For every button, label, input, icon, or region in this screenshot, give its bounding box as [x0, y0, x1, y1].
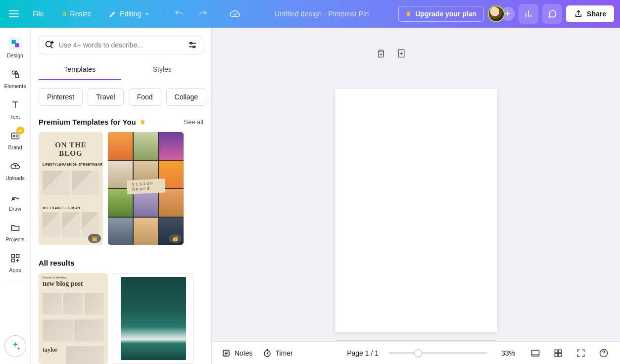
canvas-page[interactable] — [335, 89, 497, 332]
help-button[interactable] — [597, 347, 610, 360]
chip-collage[interactable]: Collage — [166, 88, 206, 106]
premium-badge-icon — [88, 234, 101, 243]
fullscreen-button[interactable] — [574, 347, 587, 360]
upgrade-plan-button[interactable]: ♛ Upgrade your plan — [398, 6, 484, 22]
resize-button[interactable]: ♛ Resize — [55, 6, 98, 22]
timer-icon — [263, 349, 272, 358]
file-menu-button[interactable]: File — [26, 6, 51, 22]
side-panel: Templates Styles Pinterest Travel Food C… — [31, 28, 211, 364]
share-arrow-icon — [574, 9, 583, 18]
svg-rect-6 — [11, 255, 14, 258]
tab-styles[interactable]: Styles — [121, 59, 204, 80]
rail-item-text[interactable]: Text — [0, 94, 30, 123]
template-thumbnail-vision-board[interactable]: Vision Board — [108, 132, 184, 245]
apps-icon — [8, 251, 22, 265]
duplicate-page-button[interactable] — [375, 47, 386, 59]
svg-rect-1 — [15, 43, 19, 47]
rail-item-brand[interactable]: Brand — [0, 125, 30, 153]
editing-label: Editing — [120, 10, 141, 18]
canvas-page-wrapper — [335, 89, 497, 332]
single-page-icon — [530, 348, 540, 358]
rail-divider — [6, 281, 24, 281]
template-thumbnail-blog[interactable]: ON THE BLOG LIFESTYLE·FASHION·STREETWEAR… — [39, 132, 103, 245]
grid-view-icon — [553, 348, 563, 358]
cloud-sync-button[interactable] — [225, 4, 245, 24]
category-chips: Pinterest Travel Food Collage — [39, 88, 203, 106]
rail-item-elements[interactable]: Elements — [0, 63, 30, 92]
premium-thumbnails: ON THE BLOG LIFESTYLE·FASHION·STREETWEAR… — [39, 132, 203, 245]
projects-icon — [8, 221, 22, 234]
canvas-area: + Add page Notes Timer Page 1 / 1 33% — [211, 28, 620, 364]
redo-button[interactable] — [193, 4, 213, 24]
see-all-link[interactable]: See all — [184, 118, 203, 126]
pencil-icon — [109, 10, 117, 18]
chat-bubble-icon — [547, 9, 557, 19]
thumb-meet: MEET KAMILLE & DEAN — [43, 206, 80, 210]
svg-point-11 — [193, 46, 195, 48]
bottom-bar: Notes Timer Page 1 / 1 33% — [212, 341, 620, 364]
premium-badge-icon — [169, 234, 182, 243]
svg-rect-7 — [16, 255, 19, 258]
premium-section-header: Premium Templates for You ♛ See all — [39, 118, 203, 126]
crown-icon: ♛ — [62, 10, 67, 17]
premium-title: Premium Templates for You ♛ — [39, 118, 145, 126]
thumb-taylor: taylor — [43, 346, 58, 354]
search-input[interactable] — [59, 41, 183, 49]
rail-item-draw[interactable]: Draw — [0, 186, 30, 215]
svg-rect-0 — [11, 40, 15, 44]
rail-item-design[interactable]: Design — [0, 33, 30, 61]
premium-title-text: Premium Templates for You — [39, 118, 136, 126]
page-plus-icon — [396, 48, 406, 58]
separator — [219, 8, 219, 20]
document-title[interactable]: Untitled design - Pinterest Pin — [249, 10, 394, 18]
notes-button[interactable]: Notes — [222, 349, 253, 358]
chip-pinterest[interactable]: Pinterest — [39, 88, 83, 106]
view-single-button[interactable] — [529, 347, 542, 360]
user-avatar[interactable] — [488, 5, 505, 22]
rail-label: Uploads — [5, 175, 25, 181]
rail-label: Brand — [8, 144, 22, 150]
filter-sliders-icon[interactable] — [187, 40, 198, 50]
svg-rect-3 — [15, 74, 19, 78]
page-indicator[interactable]: Page 1 / 1 — [347, 349, 379, 357]
chip-food[interactable]: Food — [129, 88, 161, 106]
hamburger-menu-button[interactable] — [6, 6, 22, 22]
tab-templates[interactable]: Templates — [39, 59, 121, 80]
notes-label: Notes — [235, 349, 253, 357]
elements-icon — [8, 67, 22, 81]
comments-button[interactable] — [542, 4, 562, 24]
share-button[interactable]: Share — [566, 5, 614, 22]
zoom-slider-thumb[interactable] — [414, 349, 422, 357]
rail-label: Elements — [4, 83, 26, 89]
editing-mode-button[interactable]: Editing — [102, 6, 157, 22]
view-grid-button[interactable] — [552, 347, 565, 360]
design-icon — [8, 37, 22, 50]
crown-icon: ♛ — [140, 119, 145, 126]
magic-button[interactable] — [4, 335, 26, 357]
rail-item-apps[interactable]: Apps — [0, 247, 30, 276]
top-bar: File ♛ Resize Editing Untitled design - … — [0, 0, 620, 28]
chip-travel[interactable]: Travel — [88, 88, 123, 106]
share-label: Share — [587, 10, 606, 18]
notes-icon — [222, 349, 231, 358]
timer-label: Timer — [276, 349, 293, 357]
rail-item-projects[interactable]: Projects — [0, 217, 30, 245]
fullscreen-icon — [576, 348, 586, 358]
thumb-subtitle: Business & Marketing — [43, 276, 66, 279]
undo-icon — [174, 9, 184, 19]
cloud-check-icon — [230, 8, 240, 19]
zoom-slider[interactable] — [388, 352, 487, 354]
redo-icon — [198, 9, 208, 19]
left-rail: Design Elements Text Brand Uploads — [0, 28, 31, 364]
canvas-page-toolbar — [375, 47, 407, 59]
zoom-level[interactable]: 33% — [497, 349, 519, 357]
timer-button[interactable]: Timer — [263, 349, 293, 358]
undo-button[interactable] — [169, 4, 189, 24]
template-thumbnail-ocean[interactable] — [113, 273, 194, 364]
sparkle-search-icon[interactable] — [44, 40, 55, 50]
template-thumbnail-new-blog-post[interactable]: Business & Marketing new blog post taylo… — [39, 273, 108, 364]
thumb-label: Vision Board — [127, 179, 165, 194]
rail-item-uploads[interactable]: Uploads — [0, 155, 30, 184]
add-page-button[interactable] — [395, 47, 407, 59]
analytics-button[interactable] — [519, 4, 538, 24]
